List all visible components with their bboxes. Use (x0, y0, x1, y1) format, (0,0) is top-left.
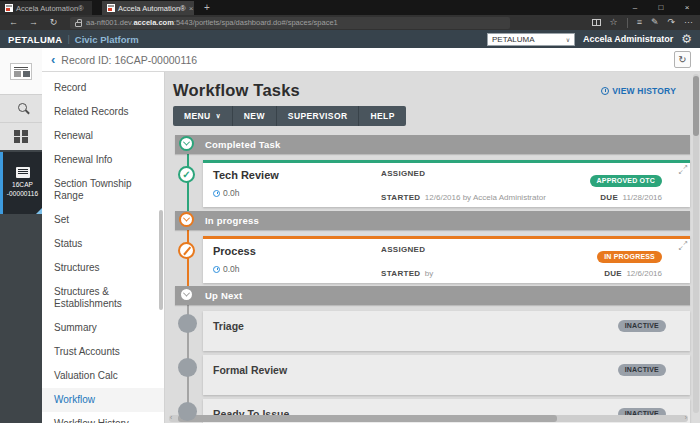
status-cell: APPROVED OTC (590, 169, 680, 186)
sidebar-item-status[interactable]: Status (42, 232, 164, 256)
back-icon[interactable]: ← (7, 18, 20, 27)
task-card-tech-review[interactable]: Tech Review ASSIGNED APPROVED OTC 0.0h S… (203, 160, 690, 207)
forward-icon[interactable]: → (27, 18, 40, 27)
collapse-chevron-icon[interactable] (179, 136, 194, 151)
more-options-icon[interactable]: ··· (684, 18, 693, 27)
browser-window: Accela Automation® Accela Automation® × … (0, 0, 700, 423)
expand-icon[interactable] (678, 165, 688, 175)
record-header-bar: ‹ Record ID: 16CAP-00000116 ↻ (42, 48, 700, 72)
status-badge: INACTIVE (618, 364, 666, 376)
sidebar-item-structures-establishments[interactable]: Structures & Establishments (42, 280, 164, 316)
status-badge: INACTIVE (618, 320, 666, 332)
sidebar-item-record[interactable]: Record (42, 76, 164, 100)
collapse-chevron-icon[interactable] (179, 287, 194, 302)
task-hours: 0.0h (213, 262, 381, 276)
view-history-link[interactable]: VIEW HISTORY (601, 86, 676, 96)
sidebar-item-structures[interactable]: Structures (42, 256, 164, 280)
sidebar-item-workflow[interactable]: Workflow (42, 388, 164, 412)
back-chevron-icon[interactable]: ‹ (51, 53, 55, 66)
assigned-label: ASSIGNED (381, 169, 589, 186)
workflow-toolbar: MENU ∨ NEW SUPERVISOR HELP (173, 106, 406, 126)
sidebar-scrollbar[interactable] (159, 210, 163, 310)
gear-icon[interactable]: ⚙ (681, 33, 692, 45)
global-search-button[interactable] (0, 94, 42, 122)
task-in-progress-icon (178, 242, 195, 259)
task-name: Formal Review (213, 364, 287, 376)
assigned-label: ASSIGNED (381, 245, 597, 262)
chevron-down-icon: ∨ (216, 112, 221, 120)
sidebar-item-section-township-range[interactable]: Section Township Range (42, 172, 164, 208)
sidebar-item-related-records[interactable]: Related Records (42, 100, 164, 124)
favorites-star-icon[interactable]: ☆ (610, 18, 618, 27)
sidebar-item-valuation-calc[interactable]: Valuation Calc (42, 364, 164, 388)
hours-clock-icon (213, 266, 220, 273)
sidebar-item-workflow-history[interactable]: Workflow History (42, 412, 164, 423)
section-header-in-progress[interactable]: In progress (175, 211, 690, 230)
divider (627, 18, 628, 28)
horizontal-scrollbar[interactable]: ‹ › (169, 415, 688, 422)
menu-button[interactable]: MENU ∨ (173, 106, 233, 126)
maximize-button[interactable]: □ (648, 0, 674, 15)
sidebar-item-renewal[interactable]: Renewal (42, 124, 164, 148)
expand-icon[interactable] (678, 241, 688, 251)
apps-grid-button[interactable] (0, 122, 42, 150)
product-name-link[interactable]: Civic Platform (75, 34, 139, 45)
task-card-formal-review[interactable]: Formal Review INACTIVE (203, 355, 690, 395)
agency-select[interactable]: PETALUMA ∨ (487, 33, 575, 46)
task-inactive-dot-icon (178, 314, 197, 333)
sidebar-item-trust-accounts[interactable]: Trust Accounts (42, 340, 164, 364)
browser-tab-bar: Accela Automation® Accela Automation® × … (0, 0, 700, 15)
task-inactive-dot-icon (178, 402, 197, 421)
vertical-scrollbar-thumb[interactable] (693, 76, 699, 136)
body-row: 16CAP -00000116 ‹ Record ID: 16CAP-00000… (0, 48, 700, 423)
task-hours: 0.0h (213, 186, 381, 200)
app-header-right: PETALUMA ∨ Accela Administrator ⚙ (487, 33, 692, 46)
scroll-left-icon[interactable]: ‹ (170, 414, 172, 421)
close-window-button[interactable]: × (674, 0, 700, 15)
task-card-process[interactable]: Process ASSIGNED IN PROGRESS 0.0h STARTE… (203, 236, 690, 283)
record-refresh-button[interactable]: ↻ (674, 51, 691, 68)
open-record-tile[interactable]: 16CAP -00000116 (0, 152, 42, 214)
record-sidebar: Record Related Records Renewal Renewal I… (42, 72, 165, 423)
new-button[interactable]: NEW (233, 106, 277, 126)
tab-title: Accela Automation® (16, 4, 84, 13)
section-header-completed[interactable]: Completed Task (175, 135, 690, 154)
sidebar-item-summary[interactable]: Summary (42, 316, 164, 340)
sidebar-item-renewal-info[interactable]: Renewal Info (42, 148, 164, 172)
vertical-scrollbar[interactable] (693, 74, 699, 413)
share-icon[interactable]: ↷ (667, 18, 675, 27)
status-badge: IN PROGRESS (597, 251, 662, 263)
new-tab-button[interactable]: + (204, 0, 210, 15)
browser-tab-active[interactable]: Accela Automation® × (102, 1, 194, 15)
scroll-right-icon[interactable]: › (685, 414, 687, 421)
left-rail: 16CAP -00000116 (0, 48, 42, 423)
document-icon (16, 167, 30, 178)
horizontal-scrollbar-thumb[interactable] (178, 415, 557, 422)
logged-in-user[interactable]: Accela Administrator (583, 34, 673, 44)
app-header: PETALUMA | Civic Platform PETALUMA ∨ Acc… (0, 30, 700, 48)
section-header-up-next[interactable]: Up Next (175, 286, 690, 305)
hub-icon[interactable]: ≡ (637, 18, 642, 27)
refresh-icon[interactable]: ↻ (47, 18, 60, 27)
task-name: Process (213, 245, 381, 262)
task-complete-check-icon: ✓ (178, 166, 195, 183)
accela-favicon (5, 4, 13, 12)
web-note-icon[interactable]: ✎ (651, 18, 659, 27)
reading-view-icon[interactable] (592, 19, 601, 26)
collapse-chevron-icon[interactable] (179, 212, 194, 227)
browser-tab-background[interactable]: Accela Automation® (0, 1, 92, 15)
supervisor-button[interactable]: SUPERVISOR (277, 106, 360, 126)
sidebar-item-set[interactable]: Set (42, 208, 164, 232)
address-input[interactable]: aa-nft001.dev.accela.com:5443/portlets/s… (70, 17, 510, 29)
minimize-button[interactable]: – (622, 0, 648, 15)
task-card-triage[interactable]: Triage INACTIVE (203, 311, 690, 351)
agency-name: PETALUMA (8, 34, 62, 45)
browser-url-bar: ← → ↻ aa-nft001.dev.accela.com:5443/port… (0, 15, 700, 30)
browser-actions: ☆ ≡ ✎ ↷ ··· (592, 18, 693, 28)
help-button[interactable]: HELP (359, 106, 405, 126)
hours-clock-icon (213, 190, 220, 197)
launchpad-button[interactable] (0, 48, 42, 94)
history-clock-icon (601, 87, 609, 95)
task-name: Tech Review (213, 169, 381, 186)
tab-close-icon[interactable]: × (189, 4, 194, 13)
